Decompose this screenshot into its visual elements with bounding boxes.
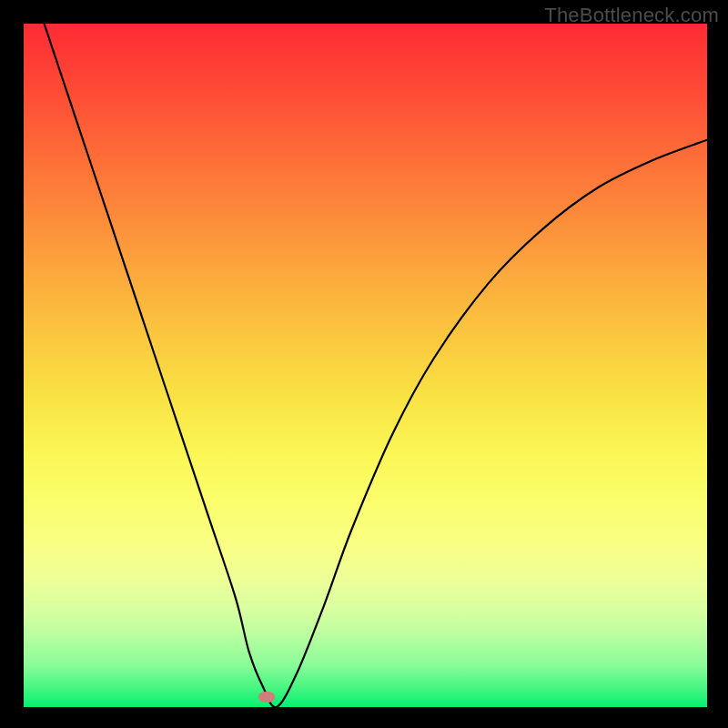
plot-area [24, 24, 707, 707]
watermark-text: TheBottleneck.com [544, 4, 719, 27]
bottleneck-curve [45, 24, 707, 707]
chart-frame: TheBottleneck.com [0, 0, 728, 728]
curve-layer [24, 24, 707, 707]
optimum-marker [258, 692, 275, 703]
